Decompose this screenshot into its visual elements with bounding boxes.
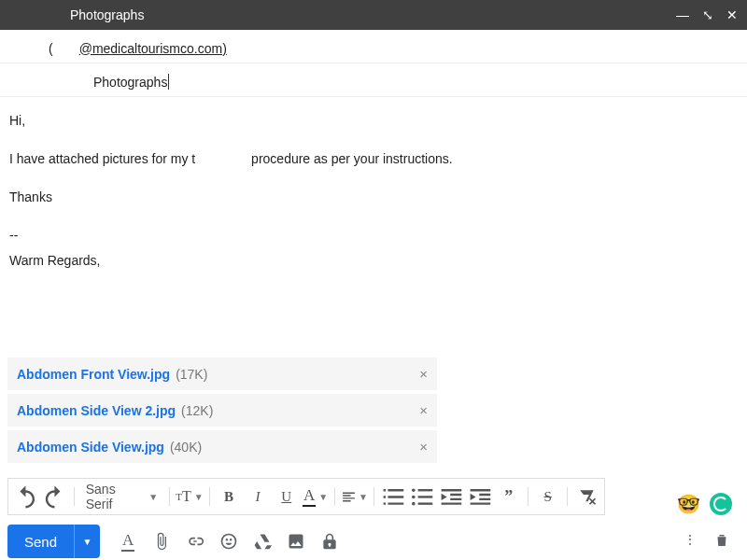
send-button-group: Send ▼ (7, 525, 100, 558)
send-button[interactable]: Send (7, 525, 74, 558)
insert-photo-icon[interactable] (287, 532, 305, 551)
redo-icon[interactable] (41, 483, 68, 511)
window-titlebar: Photographs — ⤡ ✕ (0, 0, 747, 30)
body-line: I have attached pictures for my txxxxxxx… (9, 148, 738, 170)
body-line: Hi, (9, 110, 738, 132)
svg-point-0 (412, 488, 416, 492)
to-name-redacted: xxxxxx (9, 41, 49, 56)
insert-emoji-icon[interactable] (219, 532, 238, 551)
discard-draft-icon[interactable] (713, 532, 730, 552)
attachment-size: (40K) (170, 440, 202, 455)
attachment-size: (17K) (176, 367, 207, 382)
signature-line: Warm Regards, (9, 250, 738, 272)
text-color-icon[interactable]: A▼ (302, 483, 329, 511)
text-cursor (168, 74, 169, 90)
message-body[interactable]: Hi, I have attached pictures for my txxx… (0, 97, 747, 350)
svg-point-2 (412, 502, 416, 506)
extension-icons: 🤓 (677, 493, 732, 515)
window-controls: — ⤡ ✕ (676, 8, 738, 21)
bold-icon[interactable]: B (216, 483, 243, 511)
attachment-size: (12K) (181, 403, 213, 418)
compose-action-bar: Send ▼ A ⋮ (0, 515, 747, 560)
indent-less-icon[interactable] (438, 483, 465, 511)
quote-icon[interactable]: ” (495, 483, 522, 511)
attachment-item[interactable]: Abdomen Side View 2.jpg (12K) × (7, 394, 437, 427)
more-options-icon[interactable]: ⋮ (684, 532, 697, 552)
font-family-select[interactable]: Sans Serif ▼ (80, 482, 164, 511)
caret-down-icon: ▼ (148, 492, 158, 502)
font-family-label: Sans Serif (86, 482, 144, 511)
italic-icon[interactable]: I (244, 483, 271, 511)
to-local-redacted: xxxx (53, 41, 79, 56)
send-options-button[interactable]: ▼ (74, 525, 100, 558)
strikethrough-icon[interactable]: S (534, 483, 561, 511)
compose-icons: A (119, 532, 339, 551)
to-email: @medicaltourismco.com) (79, 41, 227, 56)
undo-icon[interactable] (12, 483, 39, 511)
body-line: Thanks (9, 187, 738, 208)
attachments-list: Abdomen Front View.jpg (17K) × Abdomen S… (0, 350, 747, 474)
remove-attachment-icon[interactable]: × (419, 439, 428, 455)
grammarly-icon[interactable] (710, 493, 732, 515)
to-field[interactable]: xxxxxx ( xxxx@medicaltourismco.com) (0, 30, 747, 63)
window-title: Photographs (70, 7, 144, 22)
svg-point-1 (412, 496, 416, 499)
insert-drive-icon[interactable] (253, 532, 272, 551)
attach-file-icon[interactable] (152, 532, 171, 551)
confidential-mode-icon[interactable] (320, 532, 339, 551)
attachment-item[interactable]: Abdomen Front View.jpg (17K) × (7, 357, 437, 390)
remove-attachment-icon[interactable]: × (419, 402, 428, 418)
bulleted-list-icon[interactable] (409, 483, 436, 511)
clear-formatting-icon[interactable] (573, 483, 600, 511)
remove-attachment-icon[interactable]: × (419, 366, 428, 382)
font-size-icon[interactable]: TT▼ (176, 483, 203, 511)
attachment-filename: Abdomen Side View.jpg (17, 440, 164, 455)
subject-field[interactable]: Photographs (0, 63, 747, 97)
minimize-icon[interactable]: — (676, 8, 689, 21)
emoji-extension-icon[interactable]: 🤓 (677, 493, 700, 515)
indent-more-icon[interactable] (467, 483, 494, 511)
close-icon[interactable]: ✕ (726, 8, 738, 21)
attachment-item[interactable]: Abdomen Side View.jpg (40K) × (7, 430, 437, 463)
underline-icon[interactable]: U (273, 483, 300, 511)
compose-right-actions: ⋮ (684, 532, 740, 552)
numbered-list-icon[interactable] (380, 483, 407, 511)
insert-link-icon[interactable] (186, 532, 204, 551)
attachment-filename: Abdomen Side View 2.jpg (17, 403, 176, 418)
align-icon[interactable]: ▼ (341, 483, 368, 511)
restore-icon[interactable]: ⤡ (702, 8, 713, 21)
subject-text: Photographs (93, 75, 167, 90)
attachment-filename: Abdomen Front View.jpg (17, 367, 170, 382)
formatting-toolbar: Sans Serif ▼ TT▼ B I U A▼ ▼ ” S (7, 478, 605, 515)
text-format-icon[interactable]: A (119, 532, 137, 551)
signature-dash: -- (9, 225, 738, 246)
